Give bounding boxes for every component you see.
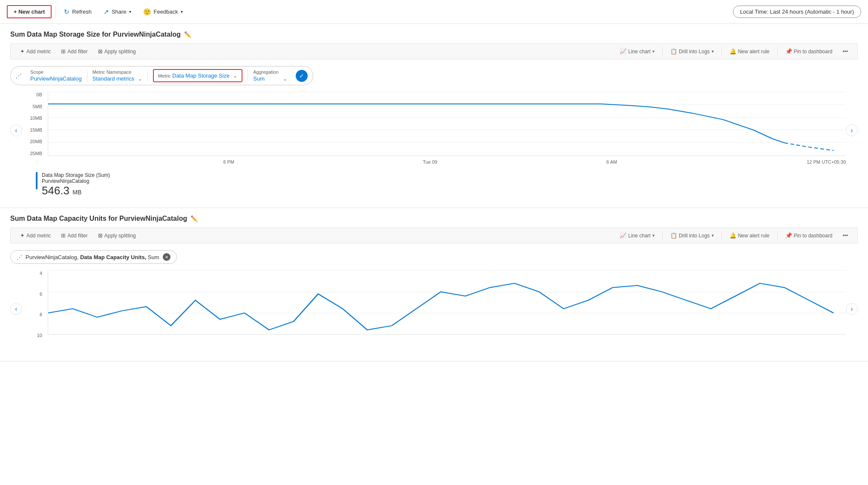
chart2-pin-icon: 📌: [785, 232, 792, 239]
chart2-add-metric-button[interactable]: ✦ Add metric: [16, 231, 55, 240]
chart2-apply-splitting-button[interactable]: ⊠ Apply splitting: [94, 231, 140, 240]
chart2-add-filter-icon: ⊞: [61, 232, 66, 239]
share-button[interactable]: ↗ Share ▾: [98, 6, 136, 18]
chart2-new-alert-button[interactable]: 🔔 New alert rule: [725, 231, 774, 240]
feedback-label: Feedback: [154, 9, 178, 15]
pin-icon: 📌: [785, 48, 792, 55]
chart1-nav-right[interactable]: ›: [846, 124, 858, 136]
add-filter-icon: ⊞: [61, 48, 66, 55]
x-label-6am: 6 AM: [606, 159, 617, 165]
chart2-drill-logs-chevron: ▾: [712, 233, 714, 238]
toolbar-sep: [662, 47, 663, 56]
chart1-metric-row: ⋰ Scope PurviewNinjaCatalog Metric Names…: [10, 66, 313, 85]
new-chart-label: + New chart: [14, 9, 45, 15]
chart2-toolbar-sep2: [721, 231, 722, 240]
more-icon: •••: [842, 49, 848, 55]
toolbar-sep3: [777, 47, 778, 56]
chart2-nav-right[interactable]: ›: [846, 303, 858, 315]
chart2-line-chart-icon: 📈: [620, 232, 626, 239]
x-label-tue09: Tue 09: [423, 159, 437, 165]
y-label-10: 10MB: [22, 115, 42, 121]
chart1-new-alert-label: New alert rule: [738, 49, 770, 55]
aggregation-label: Aggregation: [253, 69, 287, 75]
utc-label: UTC+05:30: [822, 159, 846, 165]
apply-splitting-icon: ⊠: [98, 48, 103, 55]
chart1-drill-logs-button[interactable]: 📋 Drill into Logs ▾: [666, 46, 718, 56]
chart1-toolbar-left: ✦ Add metric ⊞ Add filter ⊠ Apply splitt…: [16, 46, 140, 56]
chart1-new-alert-button[interactable]: 🔔 New alert rule: [725, 46, 774, 56]
feedback-button[interactable]: 🙂 Feedback ▾: [138, 6, 188, 18]
legend-number: 546.3: [42, 184, 69, 197]
y-label-25: 25MB: [22, 151, 42, 156]
chart1-plot: [48, 92, 846, 156]
y2-label-8: 8: [22, 312, 42, 317]
chart2-apply-splitting-icon: ⊠: [98, 232, 103, 239]
chart1-y-axis: 25MB 20MB 15MB 10MB 5MB 0B: [22, 92, 46, 156]
drill-logs-icon: 📋: [670, 48, 677, 55]
chart2-toolbar-right: 📈 Line chart ▾ 📋 Drill into Logs ▾ 🔔 New…: [615, 231, 852, 240]
new-chart-button[interactable]: + New chart: [7, 5, 52, 18]
chart2-more-icon: •••: [842, 233, 848, 239]
chart1-add-filter-button[interactable]: ⊞ Add filter: [57, 46, 92, 56]
metric-confirm-button[interactable]: ✓: [296, 70, 308, 82]
metric-field-highlighted: Metric Data Map Storage Size: [153, 69, 243, 82]
chart1-add-filter-label: Add filter: [67, 49, 87, 55]
y-label-0: 0B: [22, 92, 42, 97]
chart1-pin-label: Pin to dashboard: [794, 49, 833, 55]
chart1-apply-splitting-button[interactable]: ⊠ Apply splitting: [94, 46, 140, 56]
chart1-add-metric-button[interactable]: ✦ Add metric: [16, 46, 55, 56]
feedback-icon: 🙂: [143, 8, 151, 16]
chart2-drill-logs-icon: 📋: [670, 232, 677, 239]
chart2-line-chart-label: Line chart: [628, 233, 651, 239]
chart2-more-button[interactable]: •••: [838, 231, 852, 240]
chart2-title-row: Sum Data Map Capacity Units for PurviewN…: [10, 215, 858, 222]
chart2-add-filter-button[interactable]: ⊞ Add filter: [57, 231, 92, 240]
chart2-svg: [48, 271, 846, 334]
chart2-nav-left[interactable]: ‹: [10, 303, 22, 315]
chart1-svg: [48, 92, 846, 156]
add-metric-icon: ✦: [20, 48, 25, 55]
chart2-apply-splitting-label: Apply splitting: [104, 233, 136, 239]
toolbar-sep2: [721, 47, 722, 56]
chart2-container: ‹ 10 8 6 4 ›: [10, 271, 858, 347]
drill-logs-chevron-icon: ▾: [712, 49, 714, 54]
refresh-icon: ↻: [64, 8, 69, 16]
chart2-toolbar-left: ✦ Add metric ⊞ Add filter ⊠ Apply splitt…: [16, 231, 140, 240]
chart1-edit-icon[interactable]: ✏️: [184, 31, 191, 38]
chart2-metric-pill: ⋰ PurviewNinjaCatalog, Data Map Capacity…: [10, 250, 177, 264]
share-chevron-icon: ▾: [129, 9, 131, 14]
chart1-pin-dashboard-button[interactable]: 📌 Pin to dashboard: [781, 46, 837, 56]
chart2-line-chart-button[interactable]: 📈 Line chart ▾: [615, 231, 659, 240]
metric-select[interactable]: Data Map Storage Size: [172, 72, 237, 79]
x-label-6pm: 6 PM: [223, 159, 234, 165]
line-chart-chevron-icon: ▾: [652, 49, 655, 54]
time-range-button[interactable]: Local Time: Last 24 hours (Automatic - 1…: [733, 6, 861, 18]
chart2-y-axis: 10 8 6 4: [22, 271, 46, 338]
chart2-pin-dashboard-button[interactable]: 📌 Pin to dashboard: [781, 231, 837, 240]
legend-bar: [36, 172, 37, 189]
chart2-drill-logs-button[interactable]: 📋 Drill into Logs ▾: [666, 231, 718, 240]
chart2-new-alert-label: New alert rule: [738, 233, 770, 239]
chart1-container: ‹ 25MB 20MB 15MB 10MB 5MB 0B: [10, 92, 858, 169]
chart1-line-chart-label: Line chart: [628, 49, 651, 55]
chart1-line-chart-button[interactable]: 📈 Line chart ▾: [615, 46, 659, 56]
chart1-x-axis: 6 PM Tue 09 6 AM 12 PM UTC+05:30: [48, 159, 846, 169]
chart1-toolbar-right: 📈 Line chart ▾ 📋 Drill into Logs ▾ 🔔 New…: [615, 46, 852, 56]
metric-select-wrap: Data Map Storage Size: [172, 72, 237, 79]
refresh-button[interactable]: ↻ Refresh: [59, 6, 97, 18]
namespace-select[interactable]: Standard metrics: [92, 75, 142, 82]
share-icon: ↗: [104, 8, 109, 16]
chart2-pin-label: Pin to dashboard: [794, 233, 833, 239]
chart2-pill-close-button[interactable]: ✕: [163, 253, 170, 261]
legend-info: Data Map Storage Size (Sum) PurviewNinja…: [42, 172, 110, 197]
scope-field: Scope PurviewNinjaCatalog: [25, 69, 87, 82]
aggregation-select[interactable]: Sum: [253, 75, 287, 82]
chart2-line-chart-chevron: ▾: [652, 233, 655, 238]
divider: [55, 6, 55, 18]
line-chart-icon: 📈: [620, 48, 626, 55]
chart1-nav-left[interactable]: ‹: [10, 124, 22, 136]
chart1-toolbar: ✦ Add metric ⊞ Add filter ⊠ Apply splitt…: [10, 43, 858, 59]
chart1-more-button[interactable]: •••: [838, 47, 852, 56]
chart2-edit-icon[interactable]: ✏️: [190, 215, 198, 222]
chart2-new-alert-icon: 🔔: [730, 232, 736, 239]
